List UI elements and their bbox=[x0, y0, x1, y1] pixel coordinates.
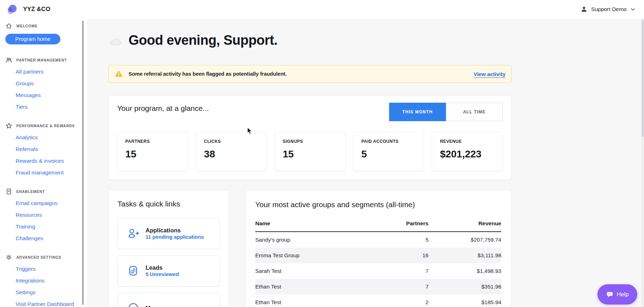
fraud-alert-banner: Some referral activity has been flagged … bbox=[108, 65, 512, 83]
cell-name: Emma Test Group bbox=[255, 248, 372, 263]
cell-partners: 7 bbox=[372, 263, 429, 279]
glance-card: Your program, at a glance... This monthA… bbox=[108, 95, 512, 180]
task-subtitle-link[interactable]: 5 Unreviewed bbox=[146, 271, 179, 277]
sidebar-item-email-campaigns[interactable]: Email campaigns bbox=[16, 200, 58, 206]
user-add-icon bbox=[126, 227, 140, 240]
top-header: YYZ &CO Support Demo bbox=[0, 0, 644, 18]
stat-revenue: Revenue$201,223 bbox=[432, 132, 503, 171]
table-row[interactable]: Ethan Test7$351.96 bbox=[255, 279, 501, 295]
stat-label: Partners bbox=[125, 139, 180, 144]
column-header-revenue[interactable]: Revenue bbox=[429, 217, 501, 232]
sidebar-item-referrals[interactable]: Referrals bbox=[16, 146, 38, 152]
task-title: Messages bbox=[146, 305, 174, 307]
sidebar-section-performance-rewards: Performance & rewards bbox=[0, 122, 87, 129]
main-content: Good evening, Support. Some referral act… bbox=[87, 18, 644, 307]
sidebar-section-label: Advanced settings bbox=[16, 255, 61, 259]
brand-logo[interactable]: YYZ &CO bbox=[5, 2, 50, 16]
sidebar-item-training[interactable]: Training bbox=[16, 223, 35, 230]
chevron-down-icon bbox=[631, 8, 635, 11]
task-leads[interactable]: Leads5 Unreviewed bbox=[118, 255, 220, 286]
cell-revenue: $185.94 bbox=[429, 295, 501, 307]
sidebar-item-tiers[interactable]: Tiers bbox=[16, 104, 28, 110]
greeting: Good evening, Support. bbox=[108, 33, 278, 48]
tab-all-time[interactable]: All time bbox=[446, 103, 503, 121]
tasks-title: Tasks & quick links bbox=[118, 200, 220, 208]
cell-revenue: $1,498.93 bbox=[429, 263, 501, 279]
table-row[interactable]: Ethan Test2$185.94 bbox=[255, 295, 501, 307]
sidebar-item-visit-partner-dashboard[interactable]: Visit Partner Dashboard bbox=[16, 301, 74, 307]
brand-name: YYZ &CO bbox=[23, 6, 50, 13]
stats-row: Partners15Clicks38Signups15Paid accounts… bbox=[117, 132, 503, 171]
sidebar-section-enablement: Enablement bbox=[0, 188, 87, 195]
lead-doc-icon bbox=[126, 264, 140, 278]
sidebar: WelcomeProgram homePartner managementAll… bbox=[0, 18, 87, 307]
stat-value: $201,223 bbox=[440, 149, 495, 160]
gear-icon bbox=[5, 254, 12, 261]
stat-label: Signups bbox=[283, 139, 337, 144]
stat-paid-accounts: Paid accounts5 bbox=[353, 132, 424, 171]
user-menu-label: Support Demo bbox=[591, 6, 627, 12]
stat-clicks: Clicks38 bbox=[196, 132, 267, 171]
sidebar-item-integrations[interactable]: Integrations bbox=[16, 278, 44, 284]
greeting-text: Good evening, Support. bbox=[129, 33, 278, 48]
sidebar-item-challenges[interactable]: Challenges bbox=[16, 235, 43, 241]
table-row[interactable]: Sarah Test7$1,498.93 bbox=[255, 263, 501, 279]
groups-card: Your most active groups and segments (al… bbox=[245, 190, 512, 307]
page-scrollbar[interactable] bbox=[642, 18, 644, 307]
sidebar-section-label: Partner management bbox=[16, 58, 67, 62]
sidebar-item-analytics[interactable]: Analytics bbox=[16, 134, 38, 140]
groups-table: Name Partners Revenue Sandy's group5$207… bbox=[255, 217, 501, 307]
sidebar-item-triggers[interactable]: Triggers bbox=[16, 266, 36, 272]
stat-value: 15 bbox=[283, 149, 337, 160]
stat-label: Paid accounts bbox=[361, 139, 416, 144]
cell-partners: 7 bbox=[372, 279, 429, 295]
task-title: Applications bbox=[146, 227, 204, 234]
task-subtitle-link[interactable]: 11 pending applications bbox=[146, 234, 204, 240]
document-icon bbox=[5, 188, 12, 195]
column-header-partners[interactable]: Partners bbox=[372, 217, 429, 232]
stat-signups: Signups15 bbox=[274, 132, 345, 171]
table-row[interactable]: Sandy's group5$207,759.74 bbox=[255, 232, 501, 248]
cloud-icon bbox=[108, 37, 123, 46]
stat-value: 38 bbox=[204, 149, 259, 160]
cell-partners: 5 bbox=[372, 232, 429, 248]
task-messages[interactable]: Messages bbox=[118, 292, 220, 307]
stat-value: 5 bbox=[361, 149, 416, 160]
groups-title: Your most active groups and segments (al… bbox=[255, 200, 501, 209]
cell-name: Sandy's group bbox=[255, 232, 372, 248]
sidebar-item-resources[interactable]: Resources bbox=[16, 212, 42, 218]
task-title: Leads bbox=[146, 264, 179, 271]
cell-revenue: $207,759.74 bbox=[429, 232, 501, 248]
sidebar-section-partner-management: Partner management bbox=[0, 56, 87, 64]
cell-revenue: $351.96 bbox=[429, 279, 501, 295]
sidebar-item-groups[interactable]: Groups bbox=[16, 80, 34, 86]
tasks-list: Applications11 pending applicationsLeads… bbox=[118, 218, 220, 307]
chat-bubble-icon bbox=[606, 291, 613, 298]
user-menu[interactable]: Support Demo bbox=[580, 6, 635, 13]
cell-partners: 2 bbox=[372, 295, 429, 307]
stat-value: 15 bbox=[125, 149, 180, 160]
sidebar-item-settings[interactable]: Settings bbox=[16, 289, 36, 295]
sidebar-item-program-home[interactable]: Program home bbox=[5, 34, 60, 44]
chat-icon bbox=[126, 301, 140, 307]
help-button[interactable]: Help bbox=[597, 284, 637, 305]
stat-partners: Partners15 bbox=[117, 132, 188, 171]
sidebar-item-fraud-management[interactable]: Fraud management bbox=[16, 169, 64, 176]
stat-label: Revenue bbox=[440, 139, 495, 144]
table-row[interactable]: Emma Test Group16$3,111.98 bbox=[255, 248, 501, 263]
column-header-name[interactable]: Name bbox=[255, 217, 372, 232]
sidebar-section-label: Performance & rewards bbox=[16, 124, 75, 128]
cell-partners: 16 bbox=[372, 248, 429, 263]
person-icon bbox=[580, 6, 588, 13]
sidebar-item-all-partners[interactable]: All partners bbox=[16, 69, 43, 75]
sidebar-scrollbar-thumb[interactable] bbox=[82, 21, 84, 305]
task-applications[interactable]: Applications11 pending applications bbox=[118, 218, 220, 249]
sidebar-item-messages[interactable]: Messages bbox=[16, 92, 41, 98]
tab-this-month[interactable]: This month bbox=[389, 103, 446, 121]
view-activity-link[interactable]: View activity bbox=[474, 71, 506, 77]
sidebar-section-advanced-settings: Advanced settings bbox=[0, 254, 87, 261]
cell-name: Ethan Test bbox=[255, 295, 372, 307]
sidebar-item-rewards-invoices[interactable]: Rewards & invoices bbox=[16, 158, 64, 164]
alert-text: Some referral activity has been flagged … bbox=[129, 71, 287, 77]
page-scrollbar-thumb[interactable] bbox=[642, 20, 644, 137]
